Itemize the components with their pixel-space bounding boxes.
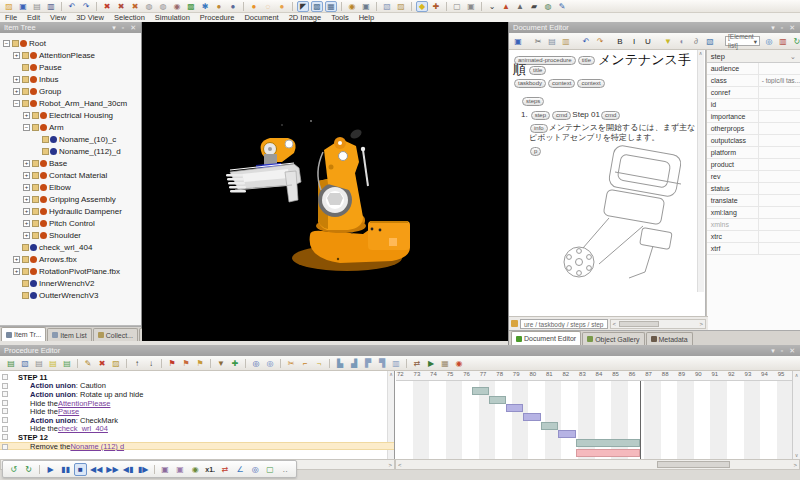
doc-yellow-icon[interactable]: ▤ (47, 358, 59, 369)
procedure-row[interactable]: Hide the Pause (0, 407, 394, 416)
attribute-value[interactable]: - topic/li tas... (759, 77, 800, 84)
tree-node[interactable]: −Arm (23, 121, 64, 133)
row-expander[interactable] (2, 400, 8, 406)
overflow-icon[interactable]: ‥ (279, 463, 292, 476)
breadcrumb-scrollbar[interactable]: <> (610, 319, 707, 329)
gantt-bar[interactable] (523, 413, 541, 421)
menu-simulation[interactable]: Simulation (150, 13, 195, 22)
tree-expander-plus[interactable]: + (13, 76, 20, 83)
attribute-row[interactable]: class- topic/li tas... (707, 75, 800, 87)
attribute-row[interactable]: otherprops (707, 123, 800, 135)
step-forward-icon[interactable]: ▮▶ (137, 463, 150, 476)
redo-icon[interactable]: ↷ (594, 36, 606, 47)
breadcrumb[interactable]: ure / taskbody / steps / step (520, 319, 608, 329)
fast-forward-icon[interactable]: ▶▶ (105, 463, 119, 476)
panel-window-icons[interactable]: ▾ ▫ ✕ (112, 22, 138, 33)
attribute-row[interactable]: xml:lang (707, 207, 800, 219)
menu-edit[interactable]: Edit (22, 13, 45, 22)
tab-object-gallery[interactable]: Object Gallery (582, 332, 644, 345)
doc-line[interactable]: animated-proceduretitleメンテナンス手順title (513, 55, 699, 75)
procedure-row[interactable]: Hide the check_wrl_404 (0, 425, 394, 434)
move-up-icon[interactable]: ↑ (131, 358, 143, 369)
team-icon[interactable]: ● (227, 1, 239, 12)
tree-node[interactable]: Noname_(10)_c (33, 133, 116, 145)
timeline-gantt[interactable]: 7273747576777879808182838485868788899091… (396, 371, 792, 459)
timeline-body[interactable] (396, 381, 792, 459)
xml-tag-pill[interactable]: context (577, 79, 604, 88)
attribute-row[interactable]: xtrc (707, 231, 800, 243)
clear-selection-icon[interactable]: ✖ (115, 1, 127, 12)
save-icon[interactable]: ▣ (512, 36, 524, 47)
tree-node[interactable]: +RotationPivotPlane.fbx (13, 265, 120, 277)
doc-line[interactable]: 1.stepcmdStep 01cmd (513, 110, 699, 120)
tab-document-editor[interactable]: Document Editor (511, 331, 581, 345)
tree-expander-plus[interactable]: + (23, 196, 30, 203)
3d-viewport[interactable] (142, 22, 508, 341)
tree-expander-plus[interactable]: + (23, 184, 30, 191)
attribute-row[interactable]: conref (707, 87, 800, 99)
doc-green-icon[interactable]: ▤ (61, 358, 73, 369)
cut-icon[interactable]: ✂ (532, 36, 544, 47)
align-left-icon[interactable]: ▙ (334, 358, 346, 369)
attribute-row[interactable]: translate (707, 195, 800, 207)
scrollbar-thumb[interactable] (657, 461, 730, 468)
loop-icon[interactable]: ↺ (7, 463, 20, 476)
tab-collect-[interactable]: Collect... (93, 328, 138, 341)
align-top-icon[interactable]: ▛ (362, 358, 374, 369)
measure-icon[interactable]: ✚ (430, 1, 442, 12)
zoom-time-icon[interactable]: ◎ (249, 463, 262, 476)
procedure-row[interactable]: STEP 11 (0, 373, 394, 382)
select-volume-icon[interactable]: ▩ (311, 1, 323, 12)
align-mid-icon[interactable]: ▟ (348, 358, 360, 369)
attribute-row[interactable]: rev (707, 171, 800, 183)
flag-start-icon[interactable]: ⚑ (166, 358, 178, 369)
frame-select-icon[interactable]: ▣ (465, 1, 477, 12)
xml-tag-pill[interactable]: cmd (601, 111, 620, 120)
tree-node[interactable]: −Robot_Arm_Hand_30cm (13, 97, 127, 109)
xml-tag-pill[interactable]: step (531, 111, 550, 120)
attribute-row[interactable]: xmlns (707, 219, 800, 231)
delete-step-icon[interactable]: ✖ (96, 358, 108, 369)
globe-icon[interactable]: ◍ (542, 1, 554, 12)
copy-step-icon[interactable]: ▧ (19, 358, 31, 369)
insert-image-icon[interactable]: ▧ (704, 36, 716, 47)
attribute-row[interactable]: xtrf (707, 243, 800, 255)
procedure-row[interactable]: Action union: Caution (0, 382, 394, 391)
gantt-bar[interactable] (472, 387, 489, 395)
select-part-icon[interactable]: ▦ (325, 1, 337, 12)
tree-node[interactable]: +Electrical Housing (23, 109, 113, 121)
record-settings-icon[interactable]: ◉ (189, 463, 202, 476)
attribute-row[interactable]: audience (707, 63, 800, 75)
xml-tag-pill[interactable]: taskbody (514, 79, 546, 88)
tree-node[interactable]: +Hydraulic Dampener (23, 205, 122, 217)
flag-end-icon[interactable]: ⚑ (194, 358, 206, 369)
save-icon[interactable]: ▣ (17, 1, 29, 12)
row-expander[interactable] (2, 391, 8, 397)
rewind-icon[interactable]: ◀◀ (89, 463, 103, 476)
attribute-row[interactable]: platform (707, 147, 800, 159)
chart-cut-icon[interactable]: ✂ (285, 358, 297, 369)
loop-all-icon[interactable]: ↻ (22, 463, 35, 476)
tab-item-tr-[interactable]: Item Tr... (1, 327, 46, 341)
visibility-icon[interactable]: ◉ (346, 1, 358, 12)
edit-step-icon[interactable]: ✎ (82, 358, 94, 369)
hand-edit-icon[interactable]: ✎ (556, 1, 568, 12)
align-bottom-icon[interactable]: ▜ (376, 358, 388, 369)
time-cursor[interactable] (640, 381, 641, 459)
video-icon[interactable]: ▶ (425, 358, 437, 369)
find-next-icon[interactable]: ◎ (264, 358, 276, 369)
tree-expander-minus[interactable]: − (13, 100, 20, 107)
menu-help[interactable]: Help (354, 13, 379, 22)
row-expander[interactable] (2, 426, 8, 432)
person-red-icon[interactable]: ▲ (500, 1, 512, 12)
tree-node[interactable]: Noname_(112)_d (33, 145, 121, 157)
speed-label[interactable]: x1. (204, 463, 217, 476)
clipboard-icon[interactable]: ▦ (439, 358, 451, 369)
tree-node[interactable]: +Contact Material (23, 169, 107, 181)
marker-icon[interactable]: ▼ (662, 36, 674, 47)
redo-icon[interactable]: ↷ (80, 1, 92, 12)
document-scrollbar[interactable]: ∧ (697, 50, 704, 292)
xml-tag-pill[interactable]: p (530, 147, 541, 156)
element-list-dropdown[interactable]: [Element list] ▾ (725, 36, 760, 46)
gantt-bar[interactable] (558, 430, 576, 438)
